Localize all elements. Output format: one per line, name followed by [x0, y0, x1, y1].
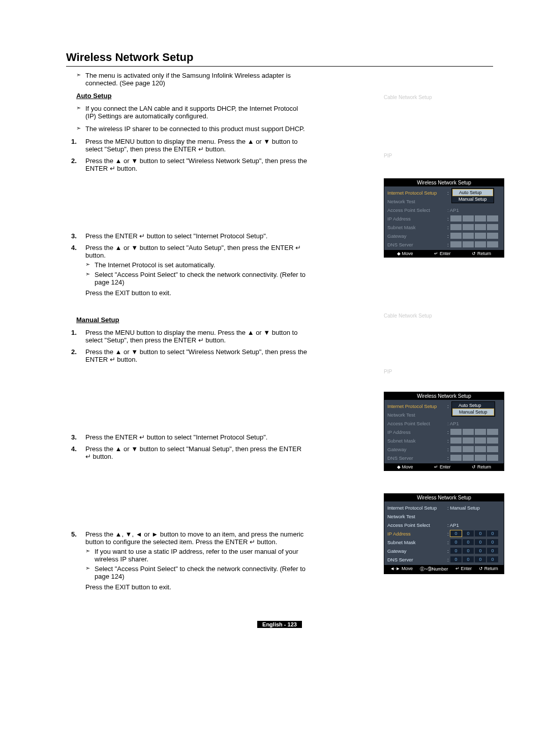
dropdown-manual: Auto Setup Manual Setup: [451, 401, 495, 417]
auto-steps-cont: 3.Press the ENTER ↵ button to select "In…: [71, 232, 308, 297]
ghost-menu-2: Cable Network Setup: [384, 313, 503, 320]
page-number: English - 123: [66, 621, 493, 627]
manual-steps-cont: 3.Press the ENTER ↵ button to select "In…: [71, 433, 308, 460]
ghost-menu-1: Cable Network Setup: [384, 94, 503, 101]
auto-note-1: If you connect the LAN cable and it supp…: [76, 105, 308, 120]
osd-manual-select: Wireless Network Setup Internet Protocol…: [384, 392, 503, 471]
osd-auto: Wireless Network Setup Internet Protocol…: [384, 178, 503, 258]
ghost-pip-2: PIP: [384, 369, 503, 375]
osd-manual-values: Wireless Network Setup Internet Protocol…: [384, 493, 503, 574]
auto-steps: 1.Press the MENU button to display the m…: [71, 138, 308, 172]
manual-steps-cont2: 5.Press the ▲, ▼, ◄ or ► button to move …: [71, 530, 308, 591]
manual-setup-heading: Manual Setup: [76, 316, 308, 324]
ghost-pip-1: PIP: [384, 153, 503, 160]
intro-note: The menu is activated only if the Samsun…: [76, 72, 308, 87]
auto-setup-heading: Auto Setup: [76, 92, 308, 100]
manual-steps: 1.Press the MENU button to display the m…: [71, 329, 308, 363]
page-title: Wireless Network Setup: [66, 51, 493, 67]
auto-note-2: The wireless IP sharer to be connected t…: [76, 125, 308, 133]
dropdown-auto: Auto Setup Manual Setup: [451, 188, 494, 203]
